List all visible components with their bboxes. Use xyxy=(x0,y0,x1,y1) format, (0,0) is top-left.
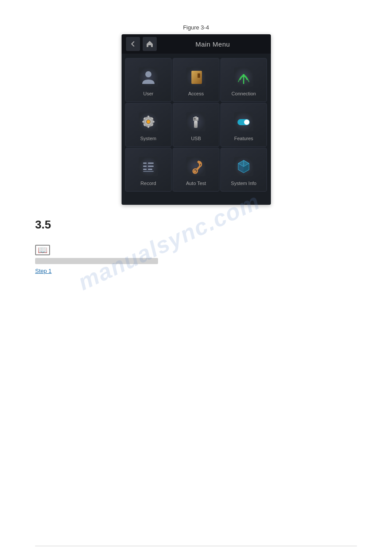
usb-label: USB xyxy=(191,136,201,141)
svg-rect-11 xyxy=(147,116,149,118)
svg-rect-3 xyxy=(191,71,202,84)
menu-item-access[interactable]: Access xyxy=(173,58,219,102)
page-container: manualsync.com Figure 3-4 Main Menu xyxy=(0,0,392,555)
note-icon: 📖 xyxy=(35,245,50,255)
features-icon xyxy=(233,111,254,132)
svg-point-27 xyxy=(244,120,249,125)
svg-rect-23 xyxy=(194,121,198,128)
home-button[interactable] xyxy=(143,37,157,51)
svg-point-1 xyxy=(145,71,151,77)
device-screen: Main Menu xyxy=(122,34,271,205)
menu-item-connection[interactable]: Connection xyxy=(220,58,267,102)
svg-rect-4 xyxy=(198,73,200,78)
record-label: Record xyxy=(140,181,156,186)
menu-item-sysinfo[interactable]: System Info xyxy=(220,148,267,192)
svg-rect-33 xyxy=(148,166,154,167)
main-menu-title: Main Menu xyxy=(159,40,266,48)
menu-item-usb[interactable]: USB xyxy=(173,103,219,147)
svg-rect-30 xyxy=(143,166,147,167)
connection-icon xyxy=(233,66,254,87)
note-bar xyxy=(35,258,158,264)
record-icon xyxy=(138,156,159,177)
svg-point-37 xyxy=(194,170,196,173)
step-link[interactable]: Step 1 xyxy=(35,267,52,275)
svg-rect-13 xyxy=(142,121,145,123)
section-heading: 3.5 xyxy=(0,205,392,236)
svg-point-7 xyxy=(243,74,245,76)
figure-label: Figure 3-4 xyxy=(0,0,392,31)
svg-rect-31 xyxy=(143,169,147,170)
system-icon xyxy=(138,111,159,132)
back-button[interactable] xyxy=(126,37,140,51)
menu-item-autotest[interactable]: Auto Test xyxy=(173,148,219,192)
svg-rect-35 xyxy=(143,171,154,172)
autotest-label: Auto Test xyxy=(186,181,206,186)
bottom-divider xyxy=(35,546,357,546)
menu-item-features[interactable]: Features xyxy=(220,103,267,147)
sysinfo-icon xyxy=(233,156,254,177)
svg-rect-34 xyxy=(148,169,152,170)
menu-grid: User xyxy=(122,54,271,196)
svg-rect-32 xyxy=(148,163,154,164)
menu-item-user[interactable]: User xyxy=(125,58,172,102)
features-label: Features xyxy=(234,136,253,141)
access-label: Access xyxy=(188,91,204,96)
user-label: User xyxy=(143,91,153,96)
menu-item-record[interactable]: Record xyxy=(125,148,172,192)
system-label: System xyxy=(140,136,156,141)
user-icon xyxy=(138,66,159,87)
top-bar: Main Menu xyxy=(122,34,271,54)
svg-rect-14 xyxy=(152,121,155,123)
menu-item-system[interactable]: System xyxy=(125,103,172,147)
autotest-icon xyxy=(185,156,206,177)
note-section: 📖 Step 1 xyxy=(0,236,392,277)
svg-rect-24 xyxy=(194,116,197,118)
svg-rect-12 xyxy=(147,125,149,128)
usb-icon xyxy=(185,111,206,132)
svg-point-19 xyxy=(147,120,150,123)
connection-label: Connection xyxy=(231,91,256,96)
access-icon xyxy=(185,66,206,87)
sysinfo-label: System Info xyxy=(231,181,256,186)
svg-rect-29 xyxy=(143,163,147,164)
